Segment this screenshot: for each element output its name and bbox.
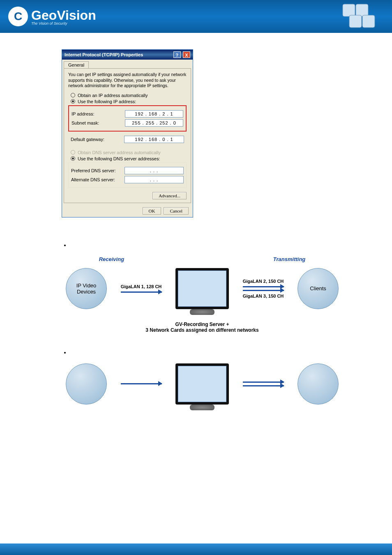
logo-mark-icon: C bbox=[8, 7, 28, 26]
puzzle-graphic-icon bbox=[339, 2, 384, 31]
radio-obtain-dns-auto: Obtain DNS server address automatically bbox=[71, 150, 187, 155]
arrow-icon bbox=[243, 290, 284, 291]
arrow-icon bbox=[243, 382, 284, 383]
receiving-label: Receiving bbox=[99, 256, 124, 262]
network-diagram-2 bbox=[62, 363, 343, 405]
ip-fields-highlighted: IP address: 192 . 168 . 2 . 1 Subnet mas… bbox=[68, 105, 187, 132]
radio-icon bbox=[71, 150, 75, 155]
page-footer bbox=[0, 543, 392, 555]
server-monitor-icon bbox=[175, 363, 229, 405]
preferred-dns-label: Preferred DNS server: bbox=[71, 168, 125, 173]
radio-use-following-ip[interactable]: Use the following IP address: bbox=[71, 99, 187, 104]
dns-fields: Preferred DNS server: . . . Alternate DN… bbox=[68, 162, 187, 188]
dialog-title: Internet Protocol (TCP/IP) Properties bbox=[65, 52, 143, 57]
svg-rect-0 bbox=[343, 4, 355, 16]
diagram-caption-line1: GV-Recording Server + bbox=[62, 321, 343, 327]
arrow-icon bbox=[243, 286, 284, 287]
cancel-button[interactable]: Cancel bbox=[164, 207, 189, 215]
transmitting-label: Transmitting bbox=[273, 256, 306, 262]
ip-address-label: IP address: bbox=[71, 111, 125, 116]
gigalan3-label: GigaLAN 3, 150 CH bbox=[243, 294, 284, 298]
clients-node: Clients bbox=[297, 268, 339, 309]
page-header: C GeoVision The Vision of Security bbox=[0, 0, 392, 33]
ip-address-input[interactable]: 192 . 168 . 2 . 1 bbox=[125, 110, 183, 118]
help-icon[interactable]: ? bbox=[173, 51, 181, 58]
brand-logo: C GeoVision The Vision of Security bbox=[8, 7, 96, 26]
svg-rect-1 bbox=[356, 4, 368, 16]
svg-rect-2 bbox=[349, 15, 362, 28]
bullet-item bbox=[70, 349, 343, 355]
bullet-item bbox=[70, 242, 343, 248]
arrow-icon bbox=[121, 383, 162, 384]
svg-rect-3 bbox=[362, 15, 375, 28]
tcpip-properties-dialog: Internet Protocol (TCP/IP) Properties ? … bbox=[62, 49, 193, 217]
alternate-dns-input[interactable]: . . . bbox=[125, 176, 184, 183]
advanced-button[interactable]: Advanced... bbox=[152, 192, 187, 199]
subnet-mask-label: Subnet mask: bbox=[71, 120, 125, 125]
diagram-caption-line2: 3 Network Cards assigned on different ne… bbox=[62, 327, 343, 333]
radio-obtain-ip-auto[interactable]: Obtain an IP address automatically bbox=[71, 93, 187, 98]
gigalan1-label: GigaLAN 1, 128 CH bbox=[121, 284, 162, 289]
arrow-icon bbox=[243, 385, 284, 386]
dialog-titlebar: Internet Protocol (TCP/IP) Properties ? … bbox=[62, 50, 193, 60]
arrow-icon bbox=[121, 291, 162, 293]
radio-icon bbox=[71, 99, 75, 104]
ip-video-devices-node: IP Video Devices bbox=[66, 268, 107, 309]
left-node bbox=[66, 363, 107, 405]
subnet-mask-input[interactable]: 255 . 255 . 252 . 0 bbox=[125, 119, 183, 127]
server-monitor-icon bbox=[175, 268, 229, 309]
alternate-dns-label: Alternate DNS server: bbox=[71, 177, 125, 182]
right-node bbox=[297, 363, 339, 405]
default-gateway-label: Default gateway: bbox=[71, 137, 124, 142]
tab-general[interactable]: General bbox=[64, 61, 89, 68]
brand-name: GeoVision bbox=[31, 8, 96, 23]
default-gateway-input[interactable]: 192 . 168 . 0 . 1 bbox=[124, 136, 184, 143]
ok-button[interactable]: OK bbox=[143, 207, 161, 215]
radio-icon bbox=[71, 156, 75, 161]
gigalan2-label: GigaLAN 2, 150 CH bbox=[243, 279, 284, 284]
network-diagram-1: Receiving Transmitting IP Video Devices … bbox=[62, 256, 343, 333]
preferred-dns-input[interactable]: . . . bbox=[125, 167, 184, 174]
radio-use-following-dns[interactable]: Use the following DNS server addresses: bbox=[71, 156, 187, 161]
radio-icon bbox=[71, 93, 75, 97]
close-icon[interactable]: X bbox=[183, 51, 190, 58]
dialog-description: You can get IP settings assigned automat… bbox=[68, 72, 187, 89]
